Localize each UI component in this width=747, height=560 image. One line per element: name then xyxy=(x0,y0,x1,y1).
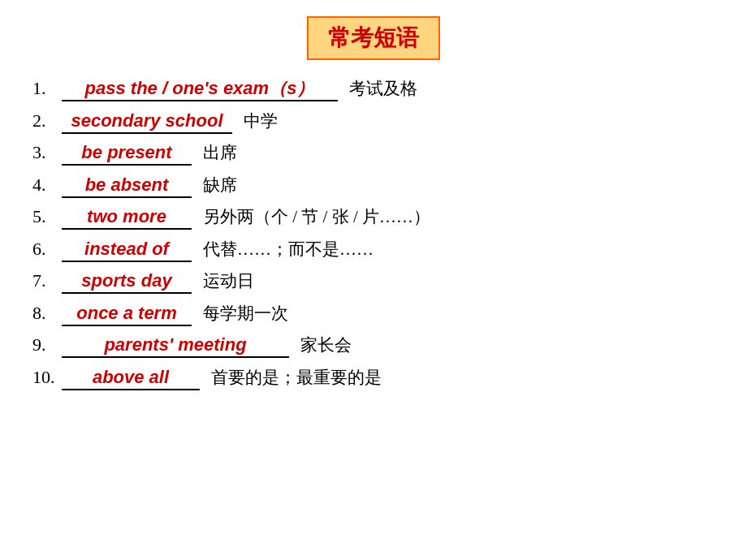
item-blank: secondary school xyxy=(62,107,232,134)
list-item: 7.sports day运动日 xyxy=(32,267,715,295)
item-chinese: 运动日 xyxy=(203,269,254,295)
item-number: 7. xyxy=(32,267,62,294)
list-item: 5.two more另外两（个 / 节 / 张 / 片……） xyxy=(32,203,715,230)
list-item: 6.instead of代替……；而不是…… xyxy=(32,235,715,263)
items-list: 1.pass the / one's exam（s）考试及格2.secondar… xyxy=(32,75,715,390)
item-blank: be absent xyxy=(62,171,192,198)
item-number: 2. xyxy=(32,107,62,134)
item-phrase: secondary school xyxy=(67,110,226,131)
item-chinese: 代替……；而不是…… xyxy=(203,237,374,263)
item-chinese: 首要的是；最重要的是 xyxy=(211,365,382,391)
item-number: 4. xyxy=(32,171,62,198)
item-phrase: sports day xyxy=(78,270,175,291)
item-blank: pass the / one's exam（s） xyxy=(62,75,338,101)
item-chinese: 家长会 xyxy=(300,333,352,359)
item-number: 10. xyxy=(32,364,62,390)
item-blank: be present xyxy=(62,139,192,166)
item-phrase: pass the / one's exam（s） xyxy=(82,78,318,98)
item-blank: once a term xyxy=(62,299,192,326)
item-blank: two more xyxy=(62,203,192,230)
list-item: 2.secondary school中学 xyxy=(32,107,715,135)
item-number: 3. xyxy=(32,139,62,166)
item-phrase: once a term xyxy=(73,303,180,323)
item-chinese: 考试及格 xyxy=(349,76,417,102)
item-phrase: above all xyxy=(89,367,172,387)
item-blank: sports day xyxy=(62,267,192,294)
item-blank: above all xyxy=(62,364,200,390)
item-phrase: two more xyxy=(84,206,170,226)
list-item: 10.above all首要的是；最重要的是 xyxy=(32,364,715,391)
item-chinese: 缺席 xyxy=(203,173,237,199)
list-item: 4.be absent缺席 xyxy=(32,171,715,199)
item-number: 9. xyxy=(32,331,62,358)
item-number: 5. xyxy=(32,203,62,230)
item-phrase: be absent xyxy=(82,174,172,195)
item-phrase: be present xyxy=(78,142,175,162)
item-phrase: instead of xyxy=(81,239,172,259)
list-item: 3.be present出席 xyxy=(32,139,715,166)
item-number: 8. xyxy=(32,299,62,326)
item-chinese: 每学期一次 xyxy=(203,301,288,327)
item-chinese: 中学 xyxy=(244,109,278,135)
item-blank: parents' meeting xyxy=(62,331,289,358)
item-chinese: 另外两（个 / 节 / 张 / 片……） xyxy=(203,205,430,230)
item-number: 6. xyxy=(32,235,62,262)
item-phrase: parents' meeting xyxy=(101,334,249,355)
list-item: 9.parents' meeting家长会 xyxy=(32,331,715,359)
page-title: 常考短语 xyxy=(328,25,419,50)
item-blank: instead of xyxy=(62,235,192,262)
list-item: 1.pass the / one's exam（s）考试及格 xyxy=(32,75,715,102)
list-item: 8.once a term每学期一次 xyxy=(32,299,715,327)
item-chinese: 出席 xyxy=(203,140,237,166)
title-box: 常考短语 xyxy=(307,16,440,60)
item-number: 1. xyxy=(32,75,62,101)
